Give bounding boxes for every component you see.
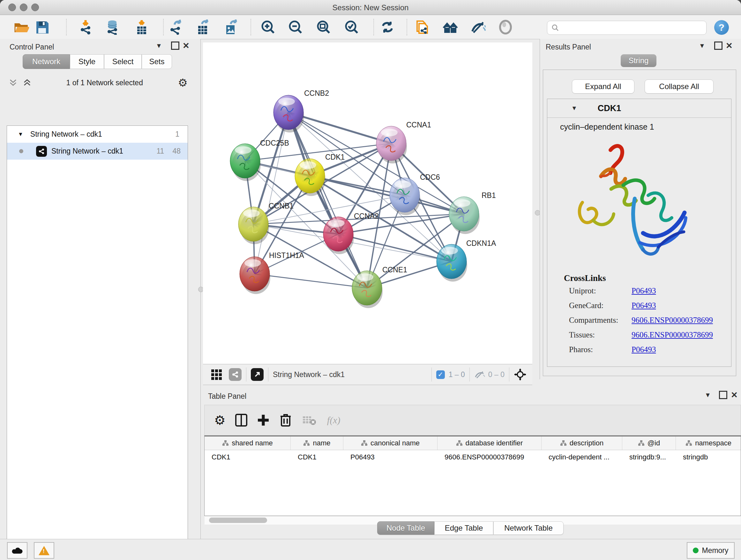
tab-select[interactable]: Select	[104, 54, 142, 69]
column-header-description[interactable]: description	[542, 436, 622, 450]
search-input[interactable]	[547, 21, 706, 35]
tab-edge-table[interactable]: Edge Table	[434, 521, 493, 535]
control-panel: Control Panel ▼ ✕ Network Style Select S…	[0, 39, 201, 539]
zoom-selected-button[interactable]	[344, 19, 359, 35]
warning-status-button[interactable]: !	[34, 542, 54, 559]
zoom-fit-button[interactable]	[316, 19, 331, 35]
table-cell: 9606.ENSP00000378699	[437, 453, 542, 461]
fit-content-crosshair-icon[interactable]	[514, 368, 527, 381]
expand-all-button[interactable]: Expand All	[572, 79, 634, 94]
column-header-name[interactable]: name	[291, 436, 343, 450]
crosslink-value-link[interactable]: P06493	[631, 301, 656, 310]
node-table[interactable]: shared namenamecanonical namedatabase id…	[204, 435, 741, 516]
network-edge[interactable]	[310, 176, 464, 214]
tab-node-table[interactable]: Node Table	[377, 521, 434, 535]
footer-separator	[246, 368, 246, 381]
import-table-button[interactable]	[134, 19, 149, 35]
tab-style[interactable]: Style	[70, 54, 104, 69]
toolbar-separator	[374, 19, 374, 36]
help-button[interactable]: ?	[714, 20, 729, 35]
save-session-button[interactable]	[35, 19, 50, 35]
birdseye-grid-icon[interactable]	[211, 369, 222, 380]
crosslink-value-link[interactable]: P06493	[631, 345, 656, 354]
gene-expander-icon[interactable]: ▼	[571, 105, 577, 112]
import-network-file-button[interactable]	[79, 19, 94, 35]
title-bar: Session: New Session	[0, 0, 741, 15]
table-panel-float-icon[interactable]	[719, 391, 727, 399]
network-row-selected[interactable]: String Network – cdk1 11 48	[7, 143, 188, 160]
node-label: HIST1H1A	[269, 251, 305, 260]
tab-sets[interactable]: Sets	[142, 54, 172, 69]
column-header-sharedname[interactable]: shared name	[205, 436, 291, 450]
control-panel-close-icon[interactable]: ✕	[183, 41, 190, 51]
crosslink-value-link[interactable]: 9606.ENSP00000378699	[631, 330, 713, 339]
export-table-button[interactable]	[195, 19, 211, 35]
open-in-new-window-icon[interactable]	[251, 368, 264, 381]
results-tab-string[interactable]: String	[621, 54, 657, 67]
collapse-all-icon[interactable]	[9, 78, 17, 87]
collection-label: String Network – cdk1	[30, 130, 102, 138]
collapse-all-button[interactable]: Collapse All	[645, 79, 714, 94]
cloud-status-button[interactable]	[7, 542, 27, 559]
main-toolbar: ?	[0, 15, 741, 39]
import-network-database-button[interactable]	[105, 19, 121, 35]
split-columns-icon[interactable]	[235, 414, 247, 427]
column-type-icon	[361, 440, 367, 446]
table-panel-title: Table Panel	[208, 392, 246, 401]
column-header-canonicalname[interactable]: canonical name	[343, 436, 437, 450]
column-header-namespace[interactable]: namespace	[676, 436, 741, 450]
network-edge[interactable]	[255, 274, 367, 288]
crosslink-row: Compartments:9606.ENSP00000378699	[569, 316, 731, 330]
footer-separator	[431, 368, 432, 381]
results-panel-float-icon[interactable]	[714, 42, 723, 50]
table-panel-close-icon[interactable]: ✕	[731, 390, 738, 400]
control-panel-menu-arrow-icon[interactable]: ▼	[156, 42, 162, 50]
results-panel-menu-arrow-icon[interactable]: ▼	[699, 42, 705, 50]
export-image-button[interactable]	[223, 19, 239, 35]
expand-all-icon[interactable]	[23, 78, 31, 87]
export-network-button[interactable]	[169, 19, 184, 35]
clone-network-button[interactable]	[414, 19, 429, 35]
column-header-databaseidentifier[interactable]: database identifier	[437, 436, 542, 450]
network-options-gear-icon[interactable]: ⚙	[178, 76, 188, 89]
toolbar-separator	[251, 19, 251, 36]
tab-network[interactable]: Network	[23, 54, 70, 69]
selected-nodes-checkbox-icon[interactable]: ✓	[436, 370, 445, 379]
crosslink-value-link[interactable]: P06493	[631, 287, 656, 295]
network-collection-row[interactable]: ▼ String Network – cdk1 1	[7, 126, 188, 143]
control-panel-float-icon[interactable]	[171, 42, 179, 50]
network-edge[interactable]	[255, 112, 288, 274]
node-label: CDKN1A	[466, 239, 496, 247]
zoom-in-button[interactable]	[260, 19, 276, 35]
network-view-toolbar: String Network – cdk1 ✓ 1 – 0 0 – 0	[203, 364, 532, 385]
add-column-icon[interactable]	[257, 414, 270, 427]
network-canvas[interactable]: CCNB2CCNA1CDC25BCDK1CDC6RB1CCNB1CCNA2CDK…	[203, 43, 532, 364]
zoom-out-button[interactable]	[288, 19, 303, 35]
column-header-id[interactable]: @id	[622, 436, 676, 450]
show-all-button[interactable]	[498, 19, 513, 35]
delete-column-trash-icon[interactable]	[280, 413, 291, 427]
network-share-icon[interactable]	[229, 368, 242, 381]
gene-entry-header[interactable]: ▼ CDK1	[547, 99, 731, 118]
table-panel-menu-arrow-icon[interactable]: ▼	[704, 391, 711, 399]
tab-network-table[interactable]: Network Table	[493, 521, 563, 535]
network-svg: CCNB2CCNA1CDC25BCDK1CDC6RB1CCNB1CCNA2CDK…	[203, 43, 532, 364]
column-type-icon	[638, 440, 644, 446]
crosslink-value-link[interactable]: 9606.ENSP00000378699	[631, 316, 713, 325]
open-session-button[interactable]	[14, 19, 29, 35]
function-builder-icon: f(x)	[327, 415, 340, 426]
home-button[interactable]	[442, 19, 458, 35]
table-cell: P06493	[343, 453, 437, 461]
memory-button[interactable]: Memory	[687, 542, 735, 559]
collection-expander-icon[interactable]: ▼	[18, 131, 23, 138]
results-content-box: Expand All Collapse All ▼ CDK1 cyclin–de…	[543, 70, 736, 376]
table-settings-gear-icon[interactable]: ⚙	[214, 413, 226, 428]
table-row[interactable]: CDK1CDK1P064939606.ENSP00000378699cyclin…	[205, 450, 741, 464]
node-label: CDC25B	[260, 139, 289, 147]
scrollbar-thumb[interactable]	[209, 517, 267, 523]
control-panel-tabs: Network Style Select Sets	[23, 54, 172, 69]
network-edge[interactable]	[288, 112, 367, 288]
results-panel-close-icon[interactable]: ✕	[726, 41, 733, 51]
hide-selected-button[interactable]	[470, 19, 486, 35]
apply-layout-button[interactable]	[380, 19, 395, 35]
